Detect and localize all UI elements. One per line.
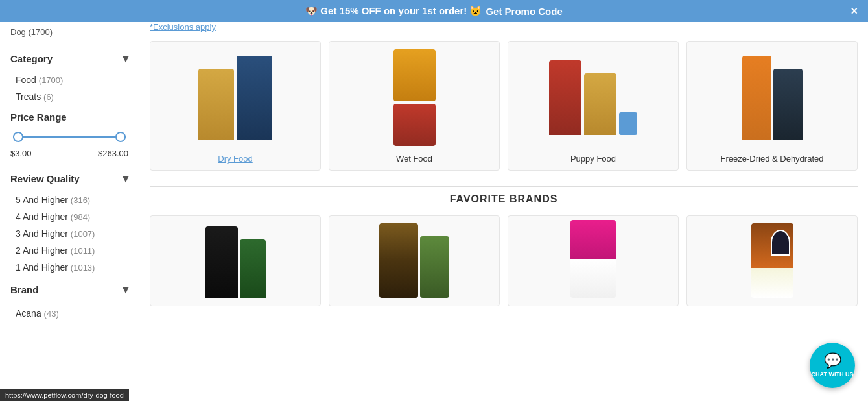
orijen-bag2 [420, 236, 449, 298]
category-card-dry-food[interactable]: Dry Food [150, 41, 321, 171]
puppy-bag1 [549, 60, 581, 135]
sidebar: Dog (1700) Category ▾ Food (1700) Treats… [0, 22, 139, 332]
sidebar-item-5star[interactable]: 5 And Higher (316) [10, 191, 128, 208]
nutrisource-product [508, 219, 678, 303]
2star-count: (1011) [71, 246, 95, 256]
dry-food-bag2 [237, 56, 272, 140]
other-brand-product [687, 219, 857, 303]
exclusions-link[interactable]: *Exclusions apply [150, 22, 858, 32]
price-range-slider[interactable] [13, 129, 126, 145]
favorite-brands-title: FAVORITE BRANDS [150, 186, 858, 215]
wet-food-product [393, 49, 436, 146]
other-brand-bag [751, 223, 793, 298]
category-cards-grid: Dry Food Wet Food [150, 41, 858, 171]
wet-food-can1 [393, 49, 436, 101]
fromm-bag-green [240, 239, 266, 298]
brand-card-other[interactable] [686, 215, 858, 306]
breadcrumb: Dog (1700) [10, 22, 128, 45]
slider-fill [13, 136, 126, 138]
puppy-food-image [515, 48, 672, 147]
category-title: Category [10, 53, 53, 64]
dry-food-product [198, 56, 272, 140]
slider-thumb-min[interactable] [13, 132, 23, 142]
1star-count: (1013) [71, 263, 95, 273]
review-quality-section-header[interactable]: Review Quality ▾ [10, 165, 128, 191]
brand-card-nutrisource[interactable] [508, 215, 679, 306]
brand-cards-grid [150, 215, 858, 306]
brand-section-header[interactable]: Brand ▾ [10, 276, 128, 302]
nutrisource-bag [570, 220, 616, 298]
dry-food-label: Dry Food [218, 154, 252, 164]
category-chevron-icon: ▾ [123, 51, 128, 66]
dry-food-image [157, 48, 314, 147]
price-values: $3.00 $263.00 [10, 145, 128, 158]
puppy-food-label: Puppy Food [570, 154, 616, 164]
puppy-food-product [549, 60, 637, 135]
sidebar-item-3star[interactable]: 3 And Higher (1007) [10, 225, 128, 242]
4star-count: (984) [71, 212, 90, 222]
promo-banner: 🐶 Get 15% OFF on your 1st order! 🐱 Get P… [0, 0, 868, 22]
review-quality-items: 5 And Higher (316) 4 And Higher (984) 3 … [10, 191, 128, 276]
brand-card-orijen[interactable] [329, 215, 500, 306]
review-quality-chevron-icon: ▾ [123, 171, 128, 186]
main-content: *Exclusions apply Dry Food [139, 22, 868, 332]
freeze-dried-image [694, 48, 850, 147]
brand-card-fromm[interactable] [150, 215, 321, 306]
freeze-dried-product [742, 56, 803, 140]
5star-count: (316) [71, 195, 90, 205]
category-card-freeze-dried[interactable]: Freeze-Dried & Dehydrated [686, 41, 858, 171]
freeze-bag2 [773, 69, 803, 140]
sidebar-item-2star[interactable]: 2 And Higher (1011) [10, 242, 128, 259]
review-quality-title: Review Quality [10, 173, 80, 184]
sidebar-item-food[interactable]: Food (1700) [10, 71, 128, 88]
puppy-bag2 [584, 73, 616, 135]
category-section-header[interactable]: Category ▾ [10, 45, 128, 71]
fromm-product [150, 219, 320, 303]
sidebar-item-treats[interactable]: Treats (6) [10, 88, 128, 105]
brand-scroll[interactable]: Acana (43) [10, 305, 128, 322]
banner-text: 🐶 Get 15% OFF on your 1st order! 🐱 [305, 5, 482, 17]
puppy-can [619, 112, 637, 135]
acana-count: (43) [44, 309, 59, 319]
dry-food-bag1 [198, 69, 234, 140]
category-items: Food (1700) Treats (6) [10, 71, 128, 105]
brand-chevron-icon: ▾ [123, 282, 128, 297]
wet-food-label: Wet Food [396, 154, 432, 164]
treats-count: (6) [43, 92, 54, 102]
fromm-bag-dark [205, 226, 238, 298]
promo-link[interactable]: Get Promo Code [486, 6, 562, 17]
orijen-bag [379, 223, 418, 298]
price-max: $263.00 [98, 149, 128, 158]
sidebar-item-1star[interactable]: 1 And Higher (1013) [10, 259, 128, 276]
freeze-bag1 [742, 56, 771, 140]
sidebar-item-4star[interactable]: 4 And Higher (984) [10, 208, 128, 225]
orijen-product [329, 219, 499, 303]
price-min: $3.00 [10, 149, 32, 158]
price-range-section: Price Range $3.00 $263.00 [10, 105, 128, 165]
sidebar-item-acana[interactable]: Acana (43) [10, 305, 128, 322]
category-card-puppy-food[interactable]: Puppy Food [508, 41, 679, 171]
3star-count: (1007) [71, 229, 95, 239]
freeze-dried-label: Freeze-Dried & Dehydrated [721, 154, 824, 164]
slider-thumb-max[interactable] [115, 132, 126, 142]
price-range-title: Price Range [10, 112, 128, 129]
page-layout: Dog (1700) Category ▾ Food (1700) Treats… [0, 22, 868, 332]
wet-food-image [336, 48, 493, 147]
brand-title: Brand [10, 284, 38, 295]
food-count: (1700) [39, 75, 64, 85]
close-banner-button[interactable]: × [850, 5, 858, 18]
wet-food-can2 [393, 104, 436, 146]
category-card-wet-food[interactable]: Wet Food [329, 41, 500, 171]
